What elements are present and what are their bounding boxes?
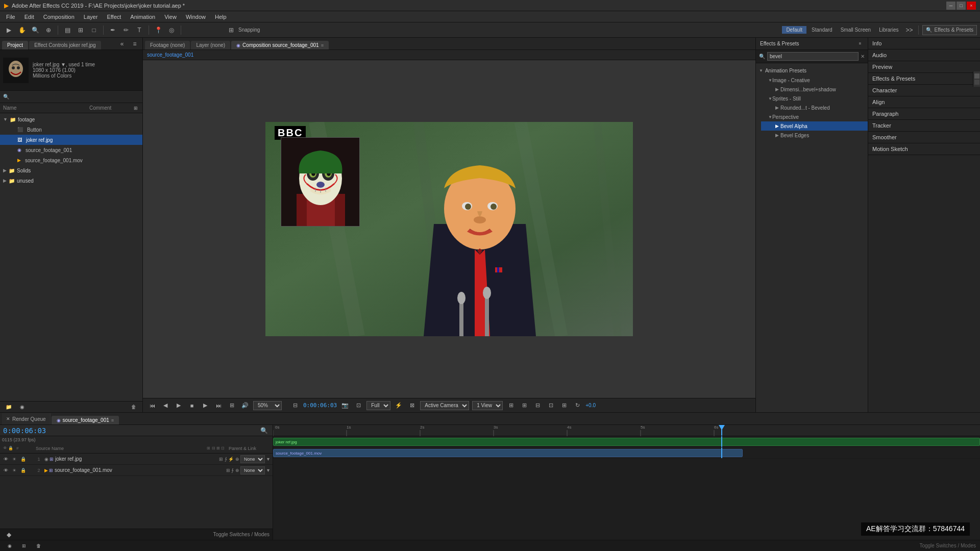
layer-1-visibility[interactable]: 👁 bbox=[2, 456, 9, 463]
tree-item-source-comp[interactable]: ◉ source_footage_001 bbox=[0, 145, 142, 155]
item-bevel-alpha[interactable]: ▶ Bevel Alpha bbox=[761, 121, 868, 131]
motion-sketch-title[interactable]: Motion Sketch bbox=[868, 143, 980, 155]
add-marker-btn[interactable]: ◆ bbox=[3, 529, 14, 540]
comp-breadcrumb-name[interactable]: source_footage_001 bbox=[147, 52, 193, 58]
new-folder-btn[interactable]: 📁 bbox=[3, 402, 14, 413]
item-bevel-shadow[interactable]: ▶ Dimensi...bevel+shadow bbox=[761, 85, 868, 94]
grid-btn[interactable]: ⊞ bbox=[519, 400, 529, 411]
snapshot-btn[interactable]: 📷 bbox=[340, 400, 350, 411]
layer-1-parent-select[interactable]: None bbox=[240, 455, 265, 463]
transport-next-frame[interactable]: ▶ bbox=[200, 400, 210, 411]
resolution-btn[interactable]: ⊟ bbox=[290, 400, 300, 411]
tree-item-joker-ref[interactable]: 🖼 joker ref.jpg bbox=[0, 135, 142, 145]
vtab-2[interactable] bbox=[974, 80, 979, 85]
character-title[interactable]: Character bbox=[868, 85, 980, 96]
transparency-btn[interactable]: ⊠ bbox=[407, 400, 417, 411]
animation-presets-header[interactable]: ▼ Animation Presets bbox=[756, 65, 868, 76]
toggle-switches-label[interactable]: Toggle Switches / Modes bbox=[213, 532, 270, 537]
menu-composition[interactable]: Composition bbox=[39, 13, 79, 21]
layer-1-solo[interactable]: ☀ bbox=[11, 456, 18, 463]
maximize-button[interactable]: □ bbox=[957, 2, 966, 10]
tree-item-source-mov[interactable]: ▶ source_footage_001.mov bbox=[0, 155, 142, 165]
status-btn-3[interactable]: 🗑 bbox=[33, 540, 44, 552]
tree-item-unused[interactable]: ▶ 📁 unused bbox=[0, 176, 142, 186]
transport-prev-frame[interactable]: ◀ bbox=[160, 400, 170, 411]
menu-view[interactable]: View bbox=[160, 13, 181, 21]
info-title[interactable]: Info bbox=[868, 38, 980, 49]
menu-layer[interactable]: Layer bbox=[80, 13, 102, 21]
render-queue-tab[interactable]: ✕ Render Queue bbox=[2, 413, 51, 424]
tree-item-footage[interactable]: ▼ 📁 footage bbox=[0, 114, 142, 124]
item-rounded-beveled[interactable]: ▶ Rounded...t - Beveled bbox=[761, 103, 868, 112]
transport-play[interactable]: ▶ bbox=[174, 400, 184, 411]
3d-view-btn[interactable]: ⊞ bbox=[506, 400, 516, 411]
camera-select[interactable]: Active Camera bbox=[420, 401, 469, 410]
project-search-input[interactable] bbox=[11, 94, 139, 99]
refresh-btn[interactable]: ↻ bbox=[572, 400, 582, 411]
rect-tool[interactable]: □ bbox=[88, 24, 100, 36]
audio-title[interactable]: Audio bbox=[868, 49, 980, 61]
layer-2-visibility[interactable]: 👁 bbox=[2, 467, 9, 474]
effects-clear-btn[interactable]: ✕ bbox=[861, 54, 865, 59]
fast-preview-btn[interactable]: ⚡ bbox=[394, 400, 404, 411]
layer-2-lock[interactable]: 🔒 bbox=[19, 467, 27, 474]
menu-window[interactable]: Window bbox=[182, 13, 210, 21]
layer-1-name[interactable]: joker ref.jpg bbox=[55, 456, 217, 462]
layer-1-lock[interactable]: 🔒 bbox=[19, 456, 27, 463]
transport-stop[interactable]: ■ bbox=[187, 400, 197, 411]
tab-composition[interactable]: ◉ Composition source_footage_001 ≡ bbox=[231, 41, 329, 49]
image-creative-header[interactable]: ▼ Effects & Presets Image - Creative bbox=[761, 76, 868, 85]
preview-title[interactable]: Preview bbox=[868, 61, 980, 72]
menu-animation[interactable]: Animation bbox=[126, 13, 159, 21]
tab-layer[interactable]: Layer (none) bbox=[191, 41, 230, 49]
effects-expand-btn[interactable]: ≡ bbox=[856, 40, 864, 47]
minimize-button[interactable]: ─ bbox=[946, 2, 955, 10]
roto-tool[interactable]: ◎ bbox=[166, 24, 177, 36]
menu-effect[interactable]: Effect bbox=[103, 13, 125, 21]
workspace-default-btn[interactable]: Default bbox=[782, 26, 806, 34]
paragraph-title[interactable]: Paragraph bbox=[868, 108, 980, 119]
status-btn-2[interactable]: ⊞ bbox=[18, 540, 30, 552]
new-comp-tool[interactable]: ▤ bbox=[62, 24, 73, 36]
menu-help[interactable]: Help bbox=[211, 13, 231, 21]
sort-btn[interactable]: ⊞ bbox=[132, 105, 139, 112]
layer-2-solo[interactable]: ☀ bbox=[11, 467, 18, 474]
tab-footage[interactable]: Footage (none) bbox=[145, 41, 190, 49]
new-comp-btn[interactable]: ◉ bbox=[16, 402, 28, 413]
ram-preview[interactable]: ⊞ bbox=[227, 400, 237, 411]
align-title[interactable]: Align bbox=[868, 96, 980, 108]
timeline-comp-tab[interactable]: ◉ source_footage_001 ≡ bbox=[52, 416, 119, 424]
rulers-btn[interactable]: ⊟ bbox=[532, 400, 543, 411]
tab-effect-controls[interactable]: Effect Controls joker ref.jpg bbox=[29, 41, 101, 49]
paint-tool[interactable]: ✏ bbox=[120, 24, 132, 36]
workspace-standard-btn[interactable]: Standard bbox=[808, 24, 836, 36]
smoother-title[interactable]: Smoother bbox=[868, 132, 980, 143]
delete-btn[interactable]: 🗑 bbox=[128, 402, 139, 413]
tree-item-solids[interactable]: ▶ 📁 Solids bbox=[0, 165, 142, 176]
orbit-tool[interactable]: ⊕ bbox=[43, 24, 54, 36]
menu-file[interactable]: File bbox=[2, 13, 19, 21]
status-btn-1[interactable]: ◉ bbox=[4, 540, 15, 552]
colorspace-select[interactable]: Full bbox=[366, 401, 390, 410]
show-snapshot-btn[interactable]: ⊡ bbox=[353, 400, 363, 411]
workspace-small-btn[interactable]: Small Screen bbox=[838, 24, 874, 36]
workspace-more-btn[interactable]: >> bbox=[903, 24, 915, 36]
effects-search-input[interactable] bbox=[767, 52, 859, 61]
zoom-tool[interactable]: 🔍 bbox=[30, 24, 41, 36]
snapping-button[interactable]: ⊞ bbox=[226, 24, 237, 36]
panel-expand-btn[interactable]: « bbox=[116, 38, 128, 49]
layer-2-parent-select[interactable]: None bbox=[240, 466, 265, 474]
puppet-pin-tool[interactable]: 📍 bbox=[153, 24, 164, 36]
safe-zones-btn[interactable]: ⊞ bbox=[559, 400, 569, 411]
layer-2-name[interactable]: source_footage_001.mov bbox=[55, 467, 225, 473]
audio-toggle[interactable]: 🔊 bbox=[240, 400, 250, 411]
hand-tool[interactable]: ✋ bbox=[16, 24, 28, 36]
close-button[interactable]: × bbox=[967, 2, 976, 10]
transport-end[interactable]: ⏭ bbox=[213, 400, 224, 411]
tl-search-btn[interactable]: 🔍 bbox=[258, 425, 270, 436]
selection-tool[interactable]: ▶ bbox=[3, 24, 14, 36]
menu-edit[interactable]: Edit bbox=[20, 13, 38, 21]
transport-start[interactable]: ⏮ bbox=[147, 400, 157, 411]
tree-item-button[interactable]: ⬛ Button bbox=[0, 124, 142, 135]
tracker-title[interactable]: Tracker bbox=[868, 120, 980, 131]
